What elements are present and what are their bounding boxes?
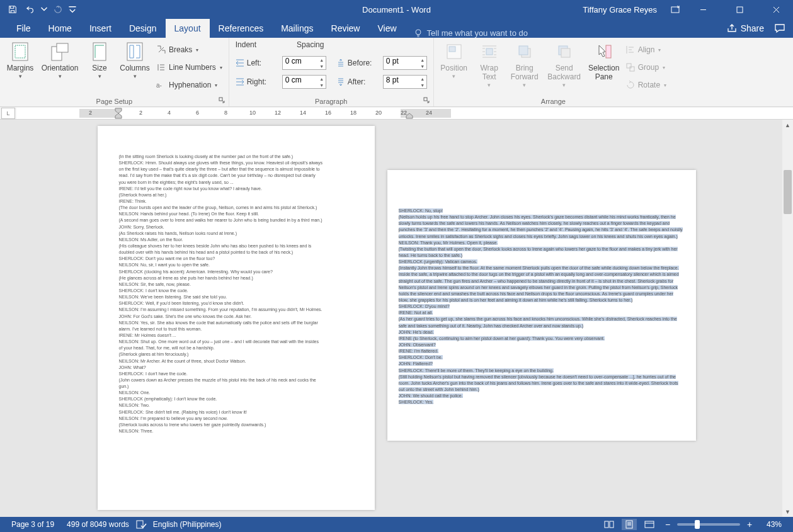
vertical-scrollbar[interactable]: ▲ ▼ [782,120,793,517]
read-mode-icon[interactable] [602,519,617,530]
document-text-line[interactable]: NEILSON: I'm prepared to believe you any… [119,416,353,422]
document-text-line[interactable]: (As Sherlock raises his hands, Neilson l… [119,230,353,237]
user-name-label[interactable]: Tiffany Grace Reyes [583,5,657,14]
document-text-line[interactable]: (The door bursts open and the leader of … [119,205,353,211]
scroll-down-icon[interactable]: ▼ [782,506,793,517]
document-text-line[interactable]: SHERLOCK: Don't be. [399,354,685,361]
document-text-line[interactable]: SHERLOCK (emphatically): I don't know th… [119,396,353,402]
document-text-line[interactable]: SHERLOCK: No, stop! [399,208,685,214]
tab-selector[interactable]: L [1,108,15,119]
undo-icon[interactable] [23,2,38,17]
spacing-before-input[interactable]: 0 pt▲▼ [383,56,427,70]
document-text-line[interactable]: (Twisting the button that will open the … [399,246,685,259]
document-text-line[interactable]: SHERLOCK: She didn't tell me. (Raising h… [119,409,353,416]
document-area[interactable]: (In the sitting room Sherlock is looking… [0,120,793,517]
document-text-line[interactable]: JOHN: Sorry, Sherlock. [119,224,353,230]
document-text-line[interactable]: NEILSON: We've been listening. She said … [119,294,353,300]
document-text-line[interactable]: NEILSON: Two. [119,402,353,409]
indent-left-down[interactable]: ▼ [318,63,326,69]
document-text-line[interactable]: SHERLOCK: Well, if you'd been listening,… [119,300,353,307]
spacing-before-up[interactable]: ▲ [419,57,426,63]
document-text-line[interactable]: (In the sitting room Sherlock is looking… [119,154,353,160]
hyphenation-button[interactable]: a-Hyphenation▾ [154,77,225,93]
scrollbar-thumb[interactable] [784,170,792,214]
word-count-status[interactable]: 499 of 8049 words [60,520,135,529]
zoom-out-button[interactable]: − [662,519,673,530]
document-text-line[interactable]: NEILSON: Shut up. One more word out of y… [119,339,353,345]
tab-insert[interactable]: Insert [81,19,120,38]
tab-view[interactable]: View [368,19,405,38]
horizontal-ruler[interactable]: 2 2 4 6 8 10 12 14 16 18 20 22 24 [16,108,793,119]
document-text-line[interactable]: doubled over with his hands behind his h… [119,249,353,256]
document-text-line[interactable]: NEILSON: Mr Archer. At the count of thre… [119,358,353,365]
document-text-line[interactable]: SHERLOCK: I don't know the code. [119,288,353,294]
tab-home[interactable]: Home [40,19,81,38]
document-text-line[interactable]: NEILSON: Sir, the safe, now, please. [119,281,353,288]
spacing-after-input[interactable]: 8 pt▲▼ [383,75,427,89]
document-text-line[interactable]: NEILSON: Three. [119,428,353,434]
document-text-line[interactable]: NEILSON: No, sir, I want you to open the… [119,262,353,268]
tab-file[interactable]: File [8,19,40,38]
document-text-line[interactable]: IRENE: Think. [119,198,353,205]
document-text-line[interactable]: (He glances across at Irene as she puts … [119,275,353,281]
print-layout-icon[interactable] [622,519,637,530]
hanging-indent-marker[interactable] [115,113,122,119]
document-text-line[interactable]: gun.) [119,383,353,390]
save-icon[interactable] [5,2,20,17]
scroll-up-icon[interactable]: ▲ [782,120,793,130]
indent-left-input[interactable]: 0 cm▲▼ [282,56,326,70]
margins-button[interactable]: Margins▾ [4,40,37,95]
document-text-line[interactable]: SHERLOCK: Don't you want me on the floor… [119,256,353,262]
document-text-line[interactable]: IRENE: I'm flattered. [399,348,685,354]
document-text-line[interactable]: JOHN: We should call the police. [399,393,685,399]
zoom-in-button[interactable]: + [744,519,755,530]
document-text-line[interactable]: on the first key used – that's quite cle… [119,166,353,173]
document-text-line[interactable]: IRENE: I'd tell you the code right now b… [119,186,353,192]
indent-left-up[interactable]: ▲ [318,57,326,63]
document-text-line[interactable]: read. I'd say from the make that it's a … [119,173,353,179]
tellme-search[interactable]: Tell me what you want to do [413,28,528,38]
document-text-line[interactable]: (A second man goes over to Irene and wal… [119,217,353,224]
comments-icon[interactable] [774,23,785,34]
ribbon-display-options-icon[interactable] [670,4,681,15]
zoom-level[interactable]: 43% [760,520,788,529]
document-text-line[interactable]: (Neilson holds up his free hand to stop … [399,214,685,240]
tab-review[interactable]: Review [322,19,369,38]
document-text-line[interactable]: (Sherlock looks across to Irene who lowe… [119,422,353,428]
document-text-line[interactable]: SHERLOCK: Yes. [399,399,685,405]
paragraph-launcher[interactable] [423,97,431,105]
document-text-line[interactable]: NEILSON: One. [119,390,353,396]
spacing-after-down[interactable]: ▼ [419,82,426,88]
document-text-line[interactable]: (His colleague shoves her to her knees b… [119,243,353,249]
document-text-line[interactable]: JOHN: He's dead. [399,329,685,336]
document-text-line[interactable]: NEILSON: Thank you, Mr Holmes. Open it, … [399,240,685,246]
spacing-after-up[interactable]: ▲ [419,76,426,82]
indent-right-down[interactable]: ▼ [318,82,326,88]
minimize-icon[interactable] [688,0,717,19]
proofing-status-icon[interactable] [135,519,147,530]
document-text-line[interactable]: NEILSON: Ms Adler, on the floor. [119,237,353,243]
document-text-line[interactable]: JOHN: What? [119,365,353,371]
document-text-line[interactable]: SHERLOCK: Hmm. Should always use gloves … [119,160,353,166]
indent-right-up[interactable]: ▲ [318,76,326,82]
document-text-line[interactable]: of your head. That, for me, will not be … [119,345,353,351]
document-text-line[interactable]: NEILSON: Hands behind your head. (To Ire… [119,211,353,217]
document-text-line[interactable]: (Still holding Neilson's pistol but havi… [399,374,685,393]
document-text-line[interactable]: SHERLOCK: I don't have the code. [119,371,353,377]
document-text-line[interactable]: (John cowers down as Archer presses the … [119,377,353,383]
document-text-line[interactable]: SHERLOCK: D'you mind? [399,303,685,310]
tab-design[interactable]: Design [120,19,166,38]
columns-button[interactable]: Columns▾ [118,40,151,95]
share-button[interactable]: Share [727,19,764,38]
document-text-line[interactable]: IRENE: Mr Holmes doesn't ... [119,332,353,339]
spacing-before-down[interactable]: ▼ [419,63,426,69]
tab-layout[interactable]: Layout [166,19,210,38]
selection-pane-button[interactable]: Selection Pane [588,40,620,95]
tab-references[interactable]: References [210,19,273,38]
document-text-line[interactable]: NEILSON: Yes, sir. She also knows the co… [119,320,353,326]
page-number-status[interactable]: Page 3 of 19 [5,520,60,529]
document-text-line[interactable]: SHERLOCK (urgently): Vatican cameos. [399,259,685,265]
document-text-line[interactable]: IRENE: Not at all. [399,310,685,316]
web-layout-icon[interactable] [642,519,657,530]
document-text-line[interactable]: alarm. I've learned not to trust this wo… [119,326,353,332]
